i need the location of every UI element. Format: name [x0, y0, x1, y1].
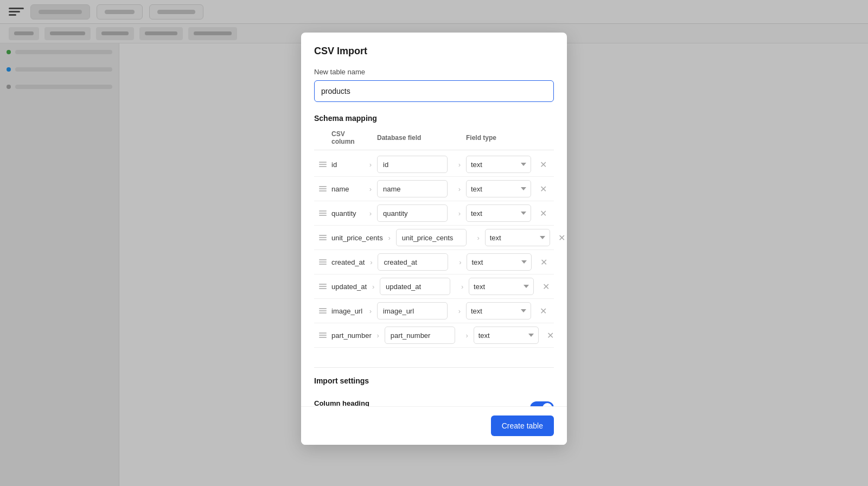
modal-overlay: CSV Import New table name Schema mapping…: [0, 0, 868, 486]
field-type-header: Field type: [466, 134, 537, 142]
arrow-icon-name: ›: [364, 185, 377, 193]
drag-handle-quantity[interactable]: [314, 209, 331, 217]
schema-row-created-at: created_at › › text date datetime ✕: [314, 250, 554, 274]
create-table-button[interactable]: Create table: [491, 415, 554, 436]
db-field-input-id[interactable]: [377, 156, 448, 173]
db-field-input-unit-price-cents[interactable]: [396, 229, 467, 246]
modal-footer: Create table: [301, 406, 567, 445]
drag-handle-image-url[interactable]: [314, 307, 331, 315]
db-field-input-updated-at[interactable]: [380, 278, 450, 295]
arrow-icon-part-number: ›: [372, 331, 385, 340]
csv-import-modal: CSV Import New table name Schema mapping…: [301, 33, 567, 445]
csv-column-header: CSV column: [331, 130, 364, 145]
drag-handle-unit-price-cents[interactable]: [314, 234, 331, 241]
field-type-select-quantity[interactable]: text number boolean: [466, 204, 531, 222]
remove-btn-created-at[interactable]: ✕: [537, 255, 550, 268]
settings-divider: [314, 367, 554, 368]
schema-header-row: CSV column Database field Field type: [314, 130, 554, 150]
csv-col-part-number: part_number: [331, 331, 372, 340]
csv-col-quantity: quantity: [331, 209, 364, 218]
drag-handle-updated-at[interactable]: [314, 283, 331, 290]
schema-row-id: id › › text number boolean date ✕: [314, 152, 554, 177]
arrow-icon2-quantity: ›: [453, 209, 466, 218]
csv-col-created-at: created_at: [331, 258, 365, 266]
field-type-select-name[interactable]: text number boolean: [466, 180, 531, 197]
remove-btn-part-number[interactable]: ✕: [544, 329, 557, 342]
csv-col-image-url: image_url: [331, 307, 364, 315]
arrow-icon-id: ›: [364, 161, 377, 169]
import-settings-title: Import settings: [314, 376, 554, 385]
field-type-select-id[interactable]: text number boolean date: [466, 156, 531, 173]
drag-handle-id[interactable]: [314, 161, 331, 168]
drag-handle-name[interactable]: [314, 185, 331, 193]
field-type-select-updated-at[interactable]: text date datetime: [469, 278, 534, 295]
schema-mapping-title: Schema mapping: [314, 114, 554, 123]
field-type-select-created-at[interactable]: text date datetime: [467, 253, 532, 271]
modal-top-section: CSV Import New table name Schema mapping: [301, 33, 567, 130]
arrow-icon-created-at: ›: [365, 258, 378, 266]
csv-col-id: id: [331, 161, 364, 169]
field-type-select-image-url[interactable]: text number: [466, 302, 531, 319]
arrow-icon-quantity: ›: [364, 209, 377, 218]
csv-col-unit-price-cents: unit_price_cents: [331, 234, 383, 242]
arrow-icon2-unit-price-cents: ›: [472, 234, 485, 242]
db-field-input-name[interactable]: [377, 180, 448, 197]
drag-handle-created-at[interactable]: [314, 258, 331, 266]
schema-row-updated-at: updated_at › › text date datetime ✕: [314, 274, 554, 299]
table-name-label: New table name: [314, 68, 554, 76]
schema-row-quantity: quantity › › text number boolean ✕: [314, 201, 554, 226]
csv-col-name: name: [331, 185, 364, 193]
drag-handle-part-number[interactable]: [314, 331, 331, 339]
db-field-input-quantity[interactable]: [377, 204, 448, 222]
arrow-icon2-id: ›: [453, 161, 466, 169]
db-field-input-part-number[interactable]: [385, 327, 455, 344]
db-field-header: Database field: [377, 134, 453, 142]
remove-btn-image-url[interactable]: ✕: [537, 304, 550, 317]
remove-btn-updated-at[interactable]: ✕: [539, 280, 552, 293]
arrow-icon-unit-price-cents: ›: [383, 234, 396, 242]
schema-row-image-url: image_url › › text number ✕: [314, 299, 554, 323]
table-name-input[interactable]: [314, 80, 554, 102]
remove-btn-quantity[interactable]: ✕: [537, 207, 550, 220]
remove-btn-id[interactable]: ✕: [537, 158, 550, 171]
arrow-icon2-updated-at: ›: [456, 283, 469, 291]
db-field-input-image-url[interactable]: [377, 302, 448, 319]
remove-btn-unit-price-cents[interactable]: ✕: [556, 231, 567, 244]
arrow-icon-updated-at: ›: [367, 283, 380, 291]
arrow-icon-image-url: ›: [364, 307, 377, 315]
schema-row-name: name › › text number boolean ✕: [314, 177, 554, 201]
arrow-icon2-image-url: ›: [453, 307, 466, 315]
arrow-icon2-name: ›: [453, 185, 466, 193]
schema-row-unit-price-cents: unit_price_cents › › text number ✕: [314, 226, 554, 250]
arrow-icon2-part-number: ›: [461, 331, 474, 340]
schema-body: CSV column Database field Field type id …: [301, 130, 567, 348]
arrow-icon2-created-at: ›: [454, 258, 467, 266]
modal-title: CSV Import: [314, 46, 554, 57]
field-type-select-part-number[interactable]: text number: [474, 327, 539, 344]
db-field-input-created-at[interactable]: [378, 253, 448, 271]
remove-btn-name[interactable]: ✕: [537, 182, 550, 195]
schema-row-part-number: part_number › › text number ✕: [314, 323, 554, 348]
csv-col-updated-at: updated_at: [331, 283, 367, 291]
field-type-select-unit-price-cents[interactable]: text number: [485, 229, 550, 246]
